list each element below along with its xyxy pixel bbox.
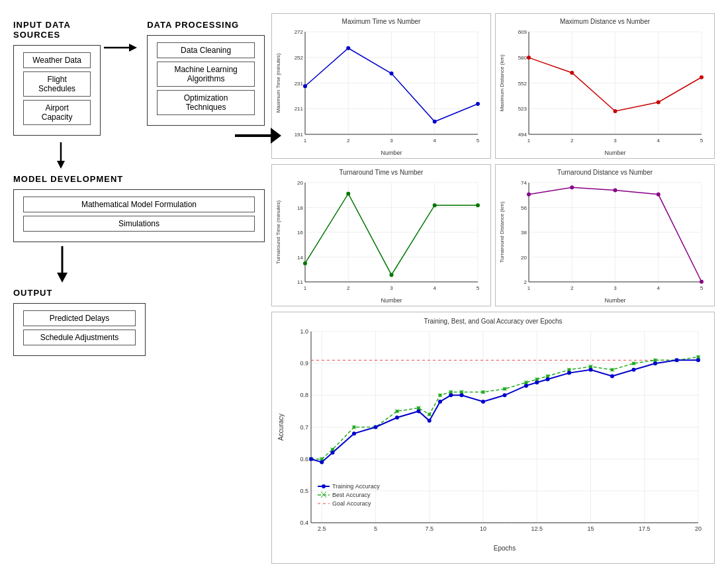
simulations-item: Simulations (23, 216, 255, 232)
arrow-down-1-container (13, 142, 265, 171)
chart-turnaround-time: Turnaround Time vs Number (271, 164, 491, 306)
processing-label: DATA PROCESSING (147, 20, 265, 30)
chart-turnaround-time-title: Turnaround Time vs Number (273, 166, 489, 176)
input-box: Weather Data Flight Schedules Airport Ca… (13, 45, 101, 136)
output-section: OUTPUT Predicted Delays Schedule Adjustm… (13, 288, 265, 356)
input-sources-section: INPUT DATA SOURCES Weather Data Flight S… (13, 20, 101, 140)
flow-group-input-processing: INPUT DATA SOURCES Weather Data Flight S… (13, 20, 265, 140)
main-container: INPUT DATA SOURCES Weather Data Flight S… (0, 0, 728, 577)
top-charts-row: Maximum Time vs Number Maximum Distance … (271, 13, 715, 159)
optimization-item: Optimization Techniques (157, 90, 255, 115)
schedule-adjustments-item: Schedule Adjustments (23, 330, 136, 345)
input-label: INPUT DATA SOURCES (13, 20, 101, 40)
math-model-item: Mathematical Model Formulation (23, 197, 255, 212)
arrow-right (104, 40, 137, 56)
arrow-down-2 (53, 246, 71, 285)
svg-marker-3 (57, 161, 65, 169)
arrow-down-2-container (13, 246, 265, 285)
processing-section: DATA PROCESSING Data Cleaning Machine Le… (147, 20, 265, 130)
airport-capacity-item: Airport Capacity (23, 100, 91, 125)
output-label: OUTPUT (13, 288, 265, 298)
chart-accuracy-title: Training, Best, and Goal Accuracy over E… (275, 315, 711, 325)
model-section: MODEL DEVELOPMENT Mathematical Model For… (13, 174, 265, 242)
chart-max-time-title: Maximum Time vs Number (273, 15, 489, 25)
right-panel: Maximum Time vs Number Maximum Distance … (265, 13, 715, 564)
chart-turnaround-distance: Turnaround Distance vs Number (495, 164, 715, 306)
svg-marker-7 (271, 128, 281, 144)
chart-max-time: Maximum Time vs Number (271, 13, 491, 159)
output-box: Predicted Delays Schedule Adjustments (13, 303, 146, 356)
chart-max-distance-title: Maximum Distance vs Number (497, 15, 713, 25)
processing-box: Data Cleaning Machine Learning Algorithm… (147, 35, 265, 126)
weather-data-item: Weather Data (23, 52, 91, 68)
big-arrow-container (235, 122, 281, 152)
model-label: MODEL DEVELOPMENT (13, 174, 265, 184)
chart-accuracy: Training, Best, and Goal Accuracy over E… (271, 312, 715, 564)
svg-marker-1 (129, 44, 137, 52)
model-box: Mathematical Model Formulation Simulatio… (13, 189, 265, 242)
predicted-delays-item: Predicted Delays (23, 310, 136, 326)
chart-turnaround-distance-title: Turnaround Distance vs Number (497, 166, 713, 176)
arrow-down-1 (53, 142, 69, 171)
ml-algorithms-item: Machine Learning Algorithms (157, 62, 255, 87)
left-panel: INPUT DATA SOURCES Weather Data Flight S… (13, 13, 265, 564)
flight-schedules-item: Flight Schedules (23, 71, 91, 97)
chart-max-distance: Maximum Distance vs Number (495, 13, 715, 159)
middle-charts-row: Turnaround Time vs Number Turnaround Dis… (271, 164, 715, 306)
data-cleaning-item: Data Cleaning (157, 42, 255, 58)
svg-marker-5 (57, 273, 68, 283)
